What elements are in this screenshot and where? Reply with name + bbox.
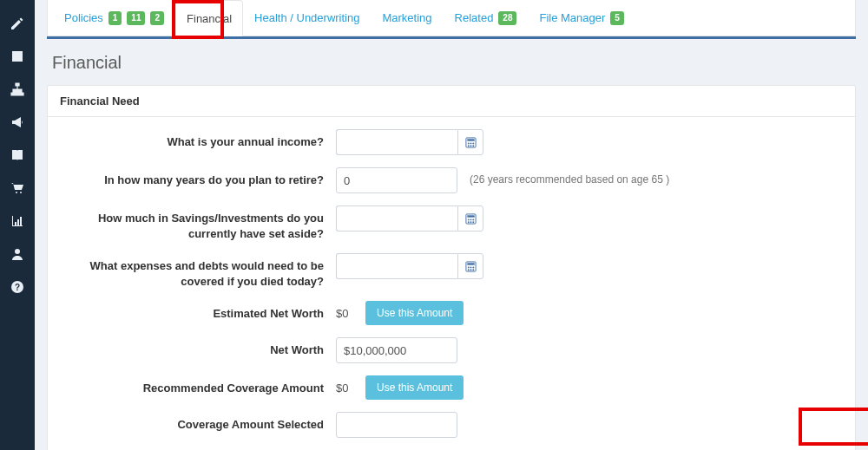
chart-icon[interactable] — [0, 205, 35, 238]
svg-point-14 — [472, 218, 474, 220]
svg-point-13 — [470, 218, 471, 220]
svg-point-22 — [472, 266, 474, 268]
annual-income-input[interactable] — [336, 129, 457, 155]
main-content: Policies 1 11 2 Financial Health / Under… — [35, 0, 868, 450]
badge: 11 — [127, 11, 145, 25]
svg-point-9 — [472, 145, 474, 147]
panel-heading: Financial Need — [48, 86, 855, 117]
net-worth-input[interactable] — [336, 337, 457, 363]
tab-label: Marketing — [382, 11, 431, 24]
expenses-input[interactable] — [336, 253, 457, 279]
tab-label: Health / Underwriting — [254, 11, 359, 24]
label: Recommended Coverage Amount — [63, 375, 324, 396]
pencil-icon[interactable] — [0, 7, 35, 40]
tab-label: Policies — [64, 11, 103, 24]
help-text: (26 years recommended based on age 65 ) — [470, 167, 669, 186]
svg-rect-11 — [467, 215, 474, 217]
label: Net Worth — [63, 337, 324, 358]
tab-label: File Manager — [539, 11, 605, 24]
label: How much in Savings/Investments do you c… — [63, 205, 324, 241]
label: Estimated Net Worth — [63, 301, 324, 322]
svg-text:?: ? — [15, 283, 20, 292]
page-title: Financial — [47, 39, 856, 85]
question-icon[interactable]: ? — [0, 271, 35, 303]
svg-point-23 — [467, 269, 469, 271]
tab-financial[interactable]: Financial — [175, 0, 243, 36]
row-expenses: What expenses and debts would need to be… — [63, 253, 839, 289]
cart-icon[interactable] — [0, 172, 35, 205]
person-icon[interactable] — [0, 238, 35, 271]
label: What is your annual income? — [63, 129, 324, 150]
row-annual-income: What is your annual income? — [63, 129, 839, 155]
tab-label: Related — [455, 11, 494, 24]
tab-marketing[interactable]: Marketing — [371, 0, 443, 36]
svg-point-6 — [472, 142, 474, 144]
row-savings: How much in Savings/Investments do you c… — [63, 205, 839, 241]
est-net-worth-value: $0 — [336, 301, 353, 320]
svg-point-21 — [470, 266, 471, 268]
bullhorn-icon[interactable] — [0, 106, 35, 139]
svg-point-16 — [470, 221, 471, 223]
row-net-worth: Net Worth — [63, 337, 839, 363]
use-amount-button[interactable]: Use this Amount — [365, 301, 464, 325]
badge: 28 — [498, 11, 516, 25]
row-est-net-worth: Estimated Net Worth $0 Use this Amount — [63, 301, 839, 325]
tab-policies[interactable]: Policies 1 11 2 — [53, 0, 175, 36]
panel-financial-need: Financial Need What is your annual incom… — [47, 85, 856, 450]
savings-input[interactable] — [336, 205, 457, 232]
badge: 5 — [610, 11, 624, 25]
label: In how many years do you plan to retire? — [63, 167, 324, 188]
user-card-icon[interactable] — [0, 40, 35, 73]
svg-point-20 — [467, 266, 469, 268]
rec-coverage-value: $0 — [336, 375, 353, 395]
tab-label: Financial — [187, 12, 232, 25]
tab-related[interactable]: Related 28 — [444, 0, 529, 36]
tab-filemanager[interactable]: File Manager 5 — [528, 0, 635, 36]
svg-point-17 — [472, 221, 474, 223]
retire-years-input[interactable] — [336, 167, 457, 193]
panel-body: What is your annual income? In how many … — [48, 117, 855, 450]
svg-point-15 — [467, 221, 469, 223]
svg-point-12 — [467, 218, 469, 220]
use-amount-button[interactable]: Use this Amount — [365, 375, 464, 400]
svg-rect-19 — [467, 263, 474, 264]
sitemap-icon[interactable] — [0, 73, 35, 106]
row-retire-years: In how many years do you plan to retire?… — [63, 167, 839, 193]
tab-bar: Policies 1 11 2 Financial Health / Under… — [47, 0, 856, 36]
left-sidebar: ? — [0, 0, 35, 450]
label: Coverage Amount Selected — [63, 412, 324, 433]
calculator-icon[interactable] — [457, 129, 483, 155]
svg-point-8 — [470, 145, 471, 147]
badge: 1 — [108, 11, 122, 25]
svg-point-24 — [470, 269, 471, 271]
svg-point-5 — [470, 142, 471, 144]
coverage-selected-input[interactable] — [336, 412, 457, 438]
svg-point-7 — [467, 145, 469, 147]
row-coverage-selected: Coverage Amount Selected — [63, 412, 839, 438]
row-rec-coverage: Recommended Coverage Amount $0 Use this … — [63, 375, 839, 400]
badge: 2 — [150, 11, 164, 25]
calculator-icon[interactable] — [457, 205, 483, 232]
svg-point-4 — [467, 142, 469, 144]
tab-health[interactable]: Health / Underwriting — [243, 0, 371, 36]
calculator-icon[interactable] — [457, 253, 483, 279]
label: What expenses and debts would need to be… — [63, 253, 324, 289]
svg-rect-3 — [467, 139, 474, 140]
svg-point-25 — [472, 269, 474, 271]
book-icon[interactable] — [0, 139, 35, 172]
